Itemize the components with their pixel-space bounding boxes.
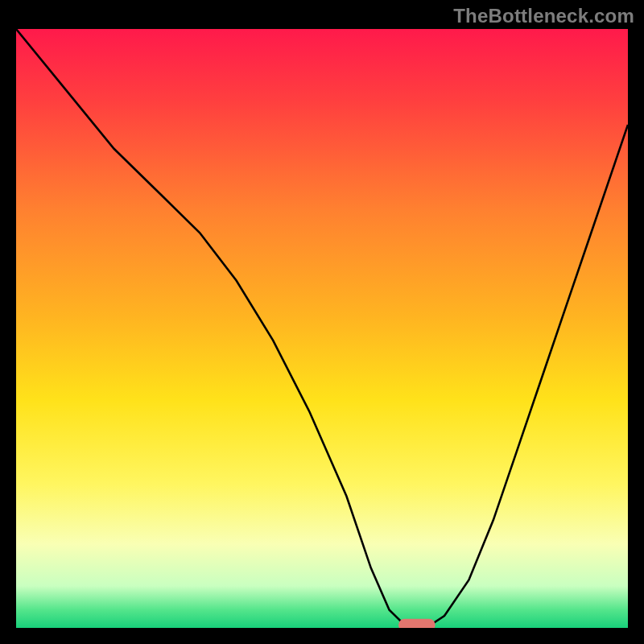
plot-svg <box>16 29 628 628</box>
optimal-zone-marker <box>398 619 436 628</box>
gradient-background <box>16 29 628 628</box>
watermark-text: TheBottleneck.com <box>453 5 634 27</box>
chart-frame: TheBottleneck.com <box>0 0 644 644</box>
plot-area <box>16 29 628 628</box>
